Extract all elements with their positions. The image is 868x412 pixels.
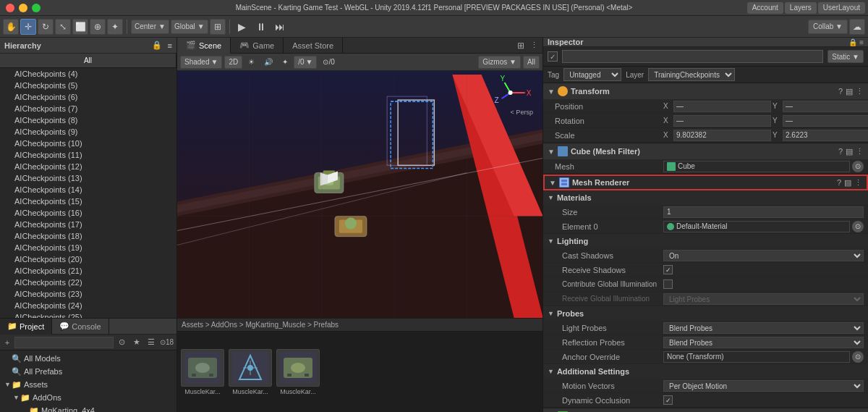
hierarchy-tab-all[interactable]: All: [0, 54, 176, 67]
custom-tool[interactable]: ✦: [107, 19, 123, 35]
list-item[interactable]: AICheckpoints (21): [0, 265, 176, 277]
inspector-lock-icon[interactable]: 🔒 ≡: [848, 38, 864, 46]
scale-x-input[interactable]: [673, 130, 771, 141]
asset-thumb-3[interactable]: [276, 349, 320, 387]
collab-button[interactable]: Collab ▼: [808, 20, 848, 34]
hand-tool[interactable]: ✋: [3, 19, 19, 35]
list-item[interactable]: AICheckpoints (24): [0, 300, 176, 311]
layout-button[interactable]: UserLayout: [818, 2, 865, 14]
list-item[interactable]: AICheckpoints (4): [0, 68, 176, 80]
receive-gi-dropdown[interactable]: Light Probes: [663, 293, 864, 305]
contrib-gi-checkbox[interactable]: [663, 279, 673, 289]
mesh-renderer-menu-icon[interactable]: ⋮: [854, 178, 862, 188]
proj-tree-item[interactable]: 🔍All Models: [0, 352, 176, 365]
asset-store-tab[interactable]: Asset Store: [284, 38, 343, 54]
box-collider-header[interactable]: ▼ Box Collider ? ▤ ⋮: [543, 408, 868, 412]
rotation-y-input[interactable]: [783, 115, 868, 127]
star-icon[interactable]: ★: [131, 337, 142, 348]
list-item[interactable]: AICheckpoints (7): [0, 103, 176, 114]
mesh-filter-menu-icon[interactable]: ⋮: [856, 147, 864, 156]
mesh-ref[interactable]: Cube: [663, 161, 850, 172]
layers-button[interactable]: Layers: [785, 2, 817, 14]
position-y-input[interactable]: [783, 101, 868, 112]
cloud-button[interactable]: ☁: [849, 19, 865, 35]
transform-tool[interactable]: ⊕: [90, 19, 106, 35]
project-search[interactable]: [14, 337, 114, 348]
move-tool[interactable]: ✛: [20, 19, 36, 35]
anchor-override-ref[interactable]: None (Transform): [663, 351, 850, 363]
cast-shadows-dropdown[interactable]: On: [663, 250, 864, 261]
filter-icon[interactable]: ⊙: [116, 337, 128, 348]
materials-size-input[interactable]: [663, 206, 864, 218]
list-icon[interactable]: ☰: [145, 337, 157, 348]
project-tab[interactable]: 📁 Project: [0, 319, 52, 335]
motion-vectors-dropdown[interactable]: Per Object Motion: [663, 380, 864, 392]
scene-tab[interactable]: 🎬 Scene: [177, 38, 231, 54]
list-item[interactable]: AICheckpoints (15): [0, 196, 176, 207]
mesh-filter-header[interactable]: ▼ Cube (Mesh Filter) ? ▤ ⋮: [543, 143, 868, 159]
list-item[interactable]: AICheckpoints (11): [0, 149, 176, 161]
mesh-filter-help-icon[interactable]: ?: [838, 147, 843, 156]
list-item[interactable]: AICheckpoints (22): [0, 277, 176, 288]
scene-viewport[interactable]: X Y Z < Persp: [177, 71, 542, 318]
rotation-x-input[interactable]: [673, 115, 771, 127]
list-item[interactable]: AICheckpoints (18): [0, 230, 176, 242]
proj-tree-item[interactable]: 📁MgKarting_4x4: [0, 404, 176, 412]
object-name-input[interactable]: [562, 50, 823, 63]
mesh-ref-pick-button[interactable]: ⊙: [852, 161, 864, 172]
position-x-input[interactable]: [673, 101, 771, 112]
additional-settings-header[interactable]: ▼ Additional Settings: [543, 364, 868, 379]
hierarchy-list[interactable]: AICheckpoints (4)AICheckpoints (5)AIChec…: [0, 68, 176, 318]
scene-menu-button[interactable]: ⋮: [528, 40, 540, 51]
lighting-section-header[interactable]: ▼ Lighting: [543, 234, 868, 248]
shaded-dropdown[interactable]: Shaded ▼: [180, 56, 222, 69]
transform-preset-icon[interactable]: ▤: [846, 87, 853, 96]
light-probes-dropdown[interactable]: Blend Probes: [663, 322, 864, 334]
scene-extra1[interactable]: ⊙/0: [319, 56, 338, 69]
list-item[interactable]: MuscleKar...: [180, 349, 225, 395]
tag-dropdown[interactable]: Untagged: [563, 68, 621, 81]
asset-grid[interactable]: MuscleKar... MuscleKar...: [177, 332, 542, 412]
list-item[interactable]: AICheckpoints (12): [0, 161, 176, 172]
transform-header[interactable]: ▼ Transform ? ▤ ⋮: [543, 83, 868, 99]
anchor-override-pick-button[interactable]: ⊙: [852, 351, 864, 363]
close-button[interactable]: [6, 4, 14, 12]
audio-toggle[interactable]: 🔊: [260, 56, 276, 69]
list-item[interactable]: AICheckpoints (10): [0, 138, 176, 149]
mesh-renderer-help-icon[interactable]: ?: [837, 178, 841, 187]
scene-cam-dropdown[interactable]: /0 ▼: [294, 56, 317, 69]
proj-tree-item[interactable]: 🔍All Prefabs: [0, 365, 176, 378]
effects-toggle[interactable]: ✦: [278, 56, 292, 69]
list-item[interactable]: AICheckpoints (6): [0, 91, 176, 103]
mesh-renderer-header[interactable]: ▼ Mesh Renderer ? ▤ ⋮: [543, 175, 868, 190]
snap-tool[interactable]: ⊞: [210, 19, 226, 35]
rect-tool[interactable]: ⬜: [72, 19, 88, 35]
reflection-probes-dropdown[interactable]: Blend Probes: [663, 337, 864, 348]
all-dropdown[interactable]: All: [523, 56, 540, 69]
scale-y-input[interactable]: [783, 130, 868, 141]
play-button[interactable]: ▶: [234, 18, 251, 35]
list-item[interactable]: AICheckpoints (8): [0, 114, 176, 126]
list-item[interactable]: AICheckpoints (14): [0, 184, 176, 196]
add-button[interactable]: +: [3, 337, 12, 348]
console-tab[interactable]: 💬 Console: [52, 319, 109, 335]
asset-thumb-1[interactable]: [181, 349, 224, 387]
maximize-scene-button[interactable]: ⊞: [515, 40, 527, 51]
asset-thumb-2[interactable]: [229, 349, 272, 387]
game-tab[interactable]: 🎮 Game: [231, 38, 284, 54]
transform-help-icon[interactable]: ?: [838, 87, 843, 96]
element0-ref[interactable]: Default-Material: [663, 221, 850, 232]
rotate-tool[interactable]: ↻: [38, 19, 54, 35]
scale-tool[interactable]: ⤡: [55, 19, 71, 35]
list-item[interactable]: AICheckpoints (19): [0, 242, 176, 253]
list-item[interactable]: MuscleKar...: [228, 349, 273, 395]
project-tree[interactable]: 🔍All Models🔍All Prefabs▼📁Assets▼📁AddOns📁…: [0, 350, 176, 412]
list-item[interactable]: AICheckpoints (5): [0, 80, 176, 91]
light-toggle[interactable]: ☀: [244, 56, 258, 69]
materials-section-header[interactable]: ▼ Materials: [543, 190, 868, 205]
list-item[interactable]: AICheckpoints (16): [0, 207, 176, 219]
mesh-filter-preset-icon[interactable]: ▤: [846, 147, 853, 156]
proj-tree-item[interactable]: ▼📁AddOns: [0, 391, 176, 404]
pivot-global-dropdown[interactable]: Global ▼: [171, 20, 208, 34]
gizmos-dropdown[interactable]: Gizmos ▼: [478, 56, 521, 69]
